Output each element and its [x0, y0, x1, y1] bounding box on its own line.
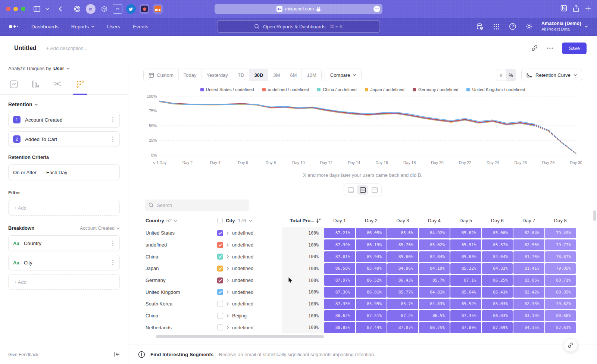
retention-section-label[interactable]: Retention [8, 101, 32, 107]
row-checkbox[interactable] [217, 266, 223, 272]
row-checkbox[interactable] [217, 313, 223, 319]
city-cell[interactable]: undefined [210, 274, 282, 286]
legend-item[interactable]: undefined / undefined [262, 87, 309, 92]
collapse-sidebar-icon[interactable] [114, 352, 120, 358]
day-column-header[interactable]: Day 6 [482, 218, 513, 223]
city-cell[interactable]: undefined [210, 239, 282, 251]
mixpanel-extension-icon[interactable] [140, 4, 149, 14]
expand-row-icon[interactable] [226, 231, 229, 235]
country-cell[interactable]: Japan [143, 263, 210, 274]
tab-insights[interactable] [8, 77, 19, 94]
absolute-unit-button[interactable]: # [496, 69, 506, 81]
split-view-icon[interactable] [357, 185, 368, 195]
city-cell[interactable]: undefined [210, 322, 282, 334]
retention-cell[interactable]: 85.7% [419, 274, 450, 286]
country-cell[interactable]: United Kingdom [143, 286, 210, 298]
city-cell[interactable]: undefined [210, 263, 282, 274]
range-12m[interactable]: 12M [302, 69, 321, 81]
back-icon[interactable] [55, 4, 65, 14]
retention-cell[interactable]: 84.81% [419, 286, 450, 298]
legend-item[interactable]: United States / undefined [200, 87, 254, 92]
notion-icon[interactable] [560, 5, 567, 13]
legend-item[interactable]: China / undefined [317, 87, 356, 92]
retention-cell[interactable]: 85.82% [450, 227, 482, 239]
tab-retention[interactable] [75, 77, 86, 94]
country-cell[interactable]: Netherlands [143, 322, 210, 334]
expand-row-icon[interactable] [226, 243, 229, 247]
retention-cell[interactable]: 86.05% [356, 227, 387, 239]
percent-unit-button[interactable]: % [506, 69, 516, 81]
retention-cell[interactable]: 85.03% [482, 298, 513, 310]
retention-cell[interactable]: 85.7% [387, 298, 419, 310]
retention-cell[interactable]: 86.5% [419, 310, 450, 322]
legend-item[interactable]: Germany / undefined [413, 87, 458, 92]
minimize-window-button[interactable] [13, 7, 18, 11]
retention-cell[interactable]: 79.05% [545, 263, 576, 274]
mixpanel-logo[interactable] [9, 25, 18, 28]
retention-cell[interactable]: 87.51% [356, 310, 387, 322]
retention-cell[interactable]: 85.76% [387, 239, 419, 251]
retention-cell[interactable]: 83.13% [513, 310, 545, 322]
breakdown-options-icon[interactable] [111, 239, 115, 247]
retention-cell[interactable]: 85.91% [450, 239, 482, 251]
retention-cell[interactable]: 87.36% [324, 286, 356, 298]
range-3m[interactable]: 3M [268, 69, 285, 81]
breakdown-card-country[interactable]: Aa Country [8, 235, 120, 251]
country-cell[interactable]: China [143, 251, 210, 263]
range-7d[interactable]: 7D [233, 69, 250, 81]
bird-extension-icon[interactable] [126, 4, 136, 14]
day-column-header[interactable]: Day 7 [513, 218, 545, 223]
retention-cell[interactable]: 85.52% [450, 298, 482, 310]
retention-cell[interactable]: 84.64% [482, 251, 513, 263]
retention-criteria-card[interactable]: On or After Each Day [8, 164, 120, 180]
add-description-button[interactable]: + Add description... [46, 46, 88, 51]
retention-cell[interactable]: 81.76% [513, 251, 545, 263]
city-cell[interactable]: Beijing [210, 310, 282, 322]
retention-step-card[interactable]: 1 Account Created [8, 112, 120, 128]
retention-cell[interactable]: 85.83% [450, 251, 482, 263]
city-cell[interactable]: undefined [210, 298, 282, 310]
retention-cell[interactable]: 85.02% [419, 239, 450, 251]
chart-only-view-icon[interactable] [345, 185, 356, 195]
expand-row-icon[interactable] [226, 302, 229, 306]
retention-cell[interactable]: 85.64% [450, 286, 482, 298]
analyze-value-dropdown[interactable]: User [53, 66, 64, 71]
expand-row-icon[interactable] [226, 267, 229, 270]
row-checkbox[interactable] [217, 277, 223, 283]
retention-cell[interactable]: 86.03% [482, 310, 513, 322]
retention-cell[interactable]: 79.49% [545, 227, 576, 239]
sidebar-toggle-icon[interactable] [32, 4, 42, 14]
apps-grid-icon[interactable] [492, 22, 500, 31]
retention-cell[interactable]: 85.41% [482, 286, 513, 298]
row-checkbox[interactable] [217, 230, 223, 236]
retention-cell[interactable]: 87.89% [450, 322, 482, 334]
retention-cell[interactable]: 87.2% [387, 310, 419, 322]
retention-cell[interactable]: 78.87% [545, 251, 576, 263]
retention-cell[interactable]: 79.62% [545, 298, 576, 310]
retention-cell[interactable]: 80.68% [545, 310, 576, 322]
onepassword-extension-icon[interactable] [72, 4, 82, 14]
nav-link-events[interactable]: Events [133, 24, 148, 29]
breakdown-options-icon[interactable] [111, 258, 115, 267]
day-column-header[interactable]: Day 2 [356, 218, 387, 223]
retention-cell[interactable]: 85.37% [482, 239, 513, 251]
retention-cell[interactable]: 86.01% [356, 286, 387, 298]
footer-title[interactable]: Find Interesting Segments [150, 352, 214, 357]
zoom-window-button[interactable] [21, 7, 25, 11]
add-filter-button[interactable]: + Add [8, 200, 120, 216]
day-column-header[interactable]: Day 5 [450, 218, 482, 223]
retention-cell[interactable]: 87.1% [450, 274, 482, 286]
retention-cell[interactable]: 87.44% [356, 322, 387, 334]
retention-cell[interactable]: 87.01% [324, 251, 356, 263]
criteria-on-or-after[interactable]: On or After [13, 170, 37, 175]
retention-cell[interactable]: 87.35% [324, 298, 356, 310]
retention-cell[interactable]: 85.94% [356, 251, 387, 263]
expand-row-icon[interactable] [226, 255, 229, 258]
new-tab-icon[interactable] [585, 5, 591, 13]
retention-cell[interactable]: 84.84% [419, 251, 450, 263]
expand-row-icon[interactable] [226, 326, 229, 329]
retention-cell[interactable]: 79.77% [545, 239, 576, 251]
retention-cell[interactable]: 82.42% [513, 286, 545, 298]
tab-funnels[interactable] [31, 77, 40, 94]
retention-cell[interactable]: 85.99% [356, 298, 387, 310]
